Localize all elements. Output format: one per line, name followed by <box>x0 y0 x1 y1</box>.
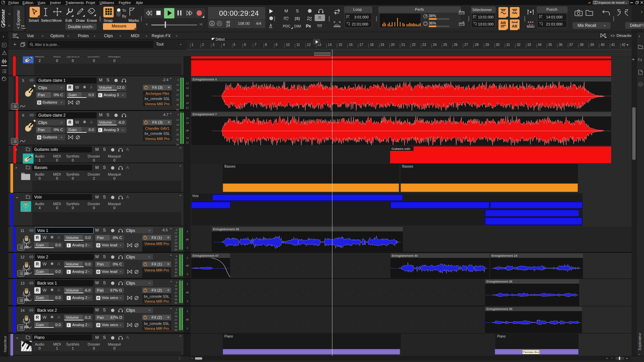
svg-text:AB: AB <box>512 24 517 28</box>
svg-text:AB: AB <box>500 21 506 25</box>
svg-text:?: ? <box>640 83 641 86</box>
